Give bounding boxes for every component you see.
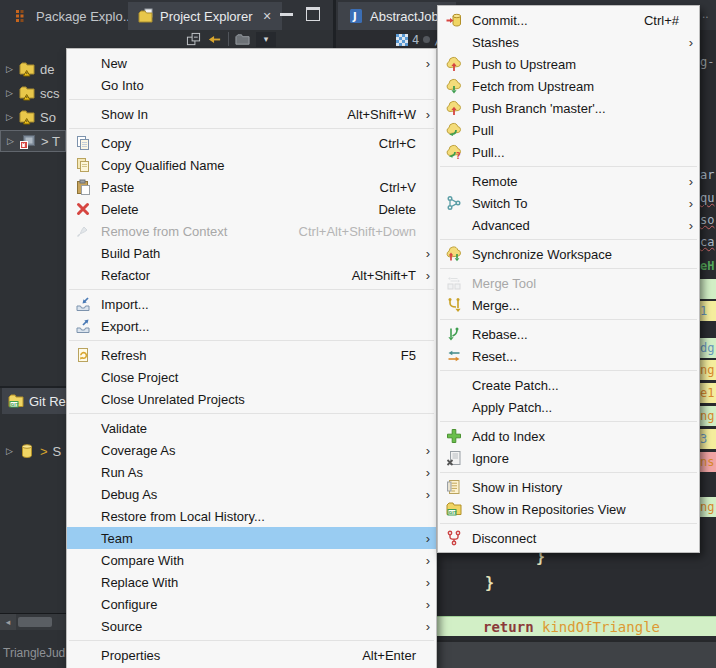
menu-item-label: Paste — [101, 180, 380, 195]
menu-item-close-project[interactable]: Close Project — [67, 366, 436, 388]
tree-item-so[interactable]: ▷So — [0, 106, 66, 128]
menu-item-compare-with[interactable]: Compare With› — [67, 549, 436, 571]
menu-item-remote[interactable]: Remote› — [438, 170, 699, 192]
tab-package-explorer[interactable]: Package Explo... — [4, 2, 144, 30]
menu-item-pull[interactable]: Pull... — [438, 141, 699, 163]
menu-item-go-into[interactable]: Go Into — [67, 74, 436, 96]
menu-item-close-unrelated-projects[interactable]: Close Unrelated Projects — [67, 388, 436, 410]
menu-item-icon-empty — [72, 530, 94, 546]
menu-item-advanced[interactable]: Advanced› — [438, 214, 699, 236]
link-with-editor-icon[interactable] — [207, 32, 222, 47]
menu-item-ignore[interactable]: Ignore — [438, 447, 699, 469]
menu-item-copy[interactable]: CopyCtrl+C — [67, 132, 436, 154]
menu-item-switch-to[interactable]: Switch To› — [438, 192, 699, 214]
repository-icon — [19, 443, 35, 459]
tree-expand-icon[interactable]: ▷ — [7, 136, 15, 146]
checker-annotation-icon — [396, 34, 408, 46]
menu-item-show-in[interactable]: Show InAlt+Shift+W› — [67, 103, 436, 125]
folding-dot-icon[interactable] — [423, 36, 430, 43]
code-fragment: dg — [700, 338, 716, 358]
menu-item-reset[interactable]: Reset... — [438, 345, 699, 367]
menu-item-icon-empty — [443, 34, 465, 50]
submenu-arrow-icon: › — [420, 56, 436, 71]
tab-label: AbstractJob.. — [370, 9, 446, 24]
tree-expand-icon[interactable]: ▷ — [6, 112, 14, 122]
git-repository-item[interactable]: ▷ > S — [0, 440, 66, 462]
menu-item-restore-from-local-history[interactable]: Restore from Local History... — [67, 505, 436, 527]
tree-item-t[interactable]: ▷> T — [0, 130, 66, 152]
menu-item-create-patch[interactable]: Create Patch... — [438, 374, 699, 396]
menu-item-team[interactable]: Team› — [67, 527, 436, 549]
menu-item-icon-empty — [72, 391, 94, 407]
menu-item-export[interactable]: Export... — [67, 315, 436, 337]
tree-item-de[interactable]: ▷de — [0, 58, 66, 80]
menu-item-import[interactable]: Import... — [67, 293, 436, 315]
menu-item-refresh[interactable]: RefreshF5 — [67, 344, 436, 366]
scrollbar-thumb[interactable] — [18, 617, 52, 627]
menu-item-label: Validate — [101, 421, 420, 436]
menu-item-delete[interactable]: DeleteDelete — [67, 198, 436, 220]
menu-item-label: Debug As — [101, 487, 420, 502]
menu-item-configure[interactable]: Configure› — [67, 593, 436, 615]
menu-item-merge[interactable]: Merge... — [438, 294, 699, 316]
maximize-button[interactable] — [306, 7, 320, 21]
project-explorer-icon — [138, 8, 154, 24]
menu-item-run-as[interactable]: Run As› — [67, 461, 436, 483]
tree-item-scs[interactable]: ▷scs — [0, 82, 66, 104]
horizontal-scrollbar[interactable]: ◂ — [0, 613, 66, 630]
menu-item-label: Show in History — [472, 480, 683, 495]
push-icon — [443, 100, 465, 116]
menu-item-validate[interactable]: Validate — [67, 417, 436, 439]
menu-item-properties[interactable]: PropertiesAlt+Enter — [67, 644, 436, 666]
menu-item-copy-qualified-name[interactable]: Copy Qualified Name — [67, 154, 436, 176]
menu-item-push-branch-master[interactable]: Push Branch 'master'... — [438, 97, 699, 119]
close-icon[interactable]: ✕ — [262, 10, 271, 23]
menu-separator — [67, 96, 436, 103]
menu-item-new[interactable]: New› — [67, 52, 436, 74]
menu-item-label: Push to Upstream — [472, 57, 683, 72]
menu-separator — [438, 236, 699, 243]
menu-item-fetch-from-upstream[interactable]: Fetch from Upstream — [438, 75, 699, 97]
menu-item-paste[interactable]: PasteCtrl+V — [67, 176, 436, 198]
view-menu-icon[interactable]: ▾ — [256, 32, 276, 47]
minimize-button[interactable] — [280, 9, 293, 16]
menu-item-push-to-upstream[interactable]: Push to Upstream — [438, 53, 699, 75]
tab-project-explorer[interactable]: Project Explorer ✕ — [128, 2, 282, 30]
menu-item-source[interactable]: Source› — [67, 615, 436, 637]
tab-git-repositories[interactable]: Git Re — [2, 388, 66, 414]
menu-separator — [67, 286, 436, 293]
tree-expand-icon[interactable]: ▷ — [6, 64, 14, 74]
menu-item-apply-patch[interactable]: Apply Patch... — [438, 396, 699, 418]
menu-item-coverage-as[interactable]: Coverage As› — [67, 439, 436, 461]
menu-item-pull[interactable]: Pull — [438, 119, 699, 141]
menu-item-show-in-history[interactable]: Show in History — [438, 476, 699, 498]
menu-item-build-path[interactable]: Build Path› — [67, 242, 436, 264]
menu-separator — [438, 367, 699, 374]
scroll-left-icon[interactable]: ◂ — [0, 614, 16, 630]
menu-item-icon-empty — [72, 596, 94, 612]
menu-item-show-in-repositories-view[interactable]: Show in Repositories View — [438, 498, 699, 520]
import-icon — [72, 296, 94, 312]
menu-item-shortcut: Ctrl+C — [379, 136, 416, 151]
menu-item-synchronize-workspace[interactable]: Synchronize Workspace — [438, 243, 699, 265]
menu-item-add-to-index[interactable]: Add to Index — [438, 425, 699, 447]
menu-item-icon-empty — [443, 217, 465, 233]
submenu-arrow-icon: › — [683, 35, 699, 50]
collapse-all-icon[interactable] — [186, 32, 201, 47]
tree-expand-icon[interactable]: ▷ — [6, 446, 14, 456]
tree-expand-icon[interactable]: ▷ — [6, 88, 14, 98]
menu-item-commit[interactable]: Commit...Ctrl+# — [438, 9, 699, 31]
menu-item-shortcut: Ctrl+# — [644, 13, 679, 28]
filter-icon[interactable] — [235, 32, 250, 47]
menu-item-rebase[interactable]: Rebase... — [438, 323, 699, 345]
tree-item-label: scs — [40, 86, 60, 101]
menu-item-replace-with[interactable]: Replace With› — [67, 571, 436, 593]
merge-icon — [443, 297, 465, 313]
menu-item-disconnect[interactable]: Disconnect — [438, 527, 699, 549]
code-fragment: ca — [700, 232, 716, 252]
menu-item-refactor[interactable]: RefactorAlt+Shift+T› — [67, 264, 436, 286]
menu-item-label: Pull — [472, 123, 683, 138]
menu-item-label: Close Project — [101, 370, 420, 385]
menu-item-debug-as[interactable]: Debug As› — [67, 483, 436, 505]
menu-item-stashes[interactable]: Stashes› — [438, 31, 699, 53]
